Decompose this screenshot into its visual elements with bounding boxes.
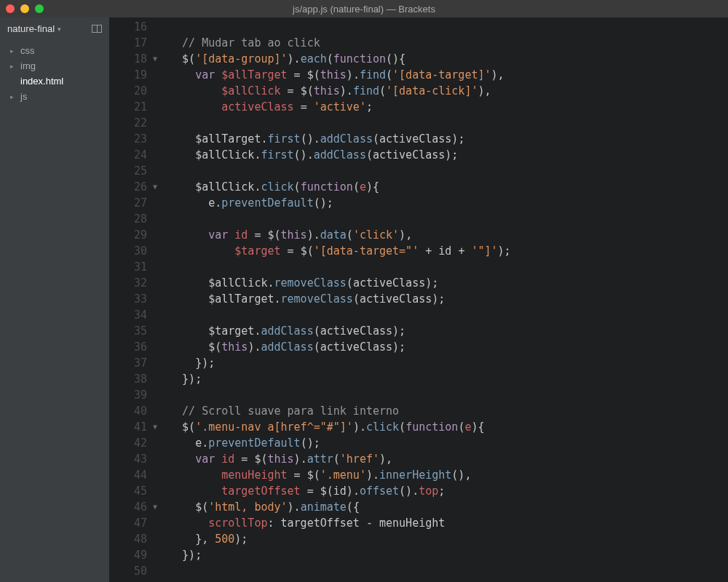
folder-item[interactable]: js [0,89,109,104]
folder-item[interactable]: css [0,43,109,58]
titlebar: js/app.js (nature-final) — Brackets [0,0,728,17]
line-number: 43 [109,451,147,467]
project-header[interactable]: nature-final ▾ [0,17,109,40]
folder-item[interactable]: img [0,58,109,73]
folder-label: js [20,91,27,102]
code-line[interactable] [169,163,728,179]
line-number: 18▼ [109,51,147,67]
code-line[interactable]: }); [169,547,728,563]
window-title: js/app.js (nature-final) — Brackets [293,4,435,15]
line-number: 50 [109,563,147,579]
code-line[interactable]: scrollTop: targetOffset - menuHeight [169,515,728,531]
fold-icon[interactable]: ▼ [153,179,157,195]
code-line[interactable]: $target.addClass(activeClass); [169,323,728,339]
line-number: 38 [109,371,147,387]
line-number: 30 [109,243,147,259]
code-line[interactable]: }); [169,355,728,371]
code-line[interactable]: e.preventDefault(); [169,195,728,211]
line-number: 41▼ [109,419,147,435]
code-line[interactable]: var id = $(this).data('click'), [169,227,728,243]
line-number: 23 [109,131,147,147]
code-line[interactable]: $allTarget.removeClass(activeClass); [169,291,728,307]
line-number: 46▼ [109,499,147,515]
line-gutter: 161718▼1920212223242526▼2728293031323334… [109,17,151,582]
code-line[interactable] [169,211,728,227]
code-area[interactable]: // Mudar tab ao click $('[data-group]').… [151,17,728,582]
minimize-icon[interactable] [20,4,29,13]
line-number: 39 [109,387,147,403]
zoom-icon[interactable] [35,4,44,13]
folder-label: img [20,60,36,71]
line-number: 16 [109,19,147,35]
code-line[interactable]: $(this).addClass(activeClass); [169,339,728,355]
line-number: 47 [109,515,147,531]
window-controls [6,4,44,13]
line-number: 17 [109,35,147,51]
code-line[interactable]: $allClick = $(this).find('[data-click]')… [169,83,728,99]
line-number: 44 [109,467,147,483]
line-number: 33 [109,291,147,307]
code-line[interactable]: e.preventDefault(); [169,435,728,451]
code-line[interactable]: $allClick.removeClass(activeClass); [169,275,728,291]
code-editor[interactable]: 161718▼1920212223242526▼2728293031323334… [109,17,728,582]
file-tree: cssimgindex.htmljs [0,40,109,107]
line-number: 22 [109,115,147,131]
fold-icon[interactable]: ▼ [153,499,157,515]
code-line[interactable]: // Mudar tab ao click [169,35,728,51]
fold-icon[interactable]: ▼ [153,51,157,67]
line-number: 35 [109,323,147,339]
line-number: 24 [109,147,147,163]
line-number: 32 [109,275,147,291]
line-number: 21 [109,99,147,115]
line-number: 19 [109,67,147,83]
code-line[interactable] [169,19,728,35]
line-number: 29 [109,227,147,243]
line-number: 45 [109,483,147,499]
file-item[interactable]: index.html [0,73,109,89]
code-line[interactable]: $allTarget.first().addClass(activeClass)… [169,131,728,147]
line-number: 37 [109,355,147,371]
code-line[interactable]: // Scroll suave para link interno [169,403,728,419]
line-number: 34 [109,307,147,323]
line-number: 27 [109,195,147,211]
fold-icon[interactable]: ▼ [153,419,157,435]
code-line[interactable]: $('html, body').animate({ [169,499,728,515]
folder-label: css [20,45,35,56]
line-number: 20 [109,83,147,99]
code-line[interactable]: $allClick.first().addClass(activeClass); [169,147,728,163]
code-line[interactable]: var id = $(this).attr('href'), [169,451,728,467]
close-icon[interactable] [6,4,15,13]
line-number: 40 [109,403,147,419]
line-number: 26▼ [109,179,147,195]
code-line[interactable]: $allClick.click(function(e){ [169,179,728,195]
code-line[interactable]: $('[data-group]').each(function(){ [169,51,728,67]
code-line[interactable]: }, 500); [169,531,728,547]
code-line[interactable] [169,115,728,131]
sidebar: nature-final ▾ cssimgindex.htmljs [0,17,109,582]
line-number: 48 [109,531,147,547]
code-line[interactable]: activeClass = 'active'; [169,99,728,115]
code-line[interactable] [169,563,728,579]
code-line[interactable]: }); [169,371,728,387]
line-number: 25 [109,163,147,179]
project-name: nature-final [7,23,55,34]
code-line[interactable] [169,259,728,275]
chevron-down-icon: ▾ [58,25,61,33]
file-label: index.html [20,76,63,87]
split-view-icon[interactable] [92,25,102,33]
code-line[interactable]: $('.menu-nav a[href^="#"]').click(functi… [169,419,728,435]
code-line[interactable]: menuHeight = $('.menu').innerHeight(), [169,467,728,483]
line-number: 42 [109,435,147,451]
code-line[interactable]: $target = $('[data-target="' + id + '"]'… [169,243,728,259]
code-line[interactable]: targetOffset = $(id).offset().top; [169,483,728,499]
code-line[interactable]: var $allTarget = $(this).find('[data-tar… [169,67,728,83]
code-line[interactable] [169,387,728,403]
line-number: 36 [109,339,147,355]
code-line[interactable] [169,307,728,323]
line-number: 28 [109,211,147,227]
line-number: 31 [109,259,147,275]
line-number: 49 [109,547,147,563]
